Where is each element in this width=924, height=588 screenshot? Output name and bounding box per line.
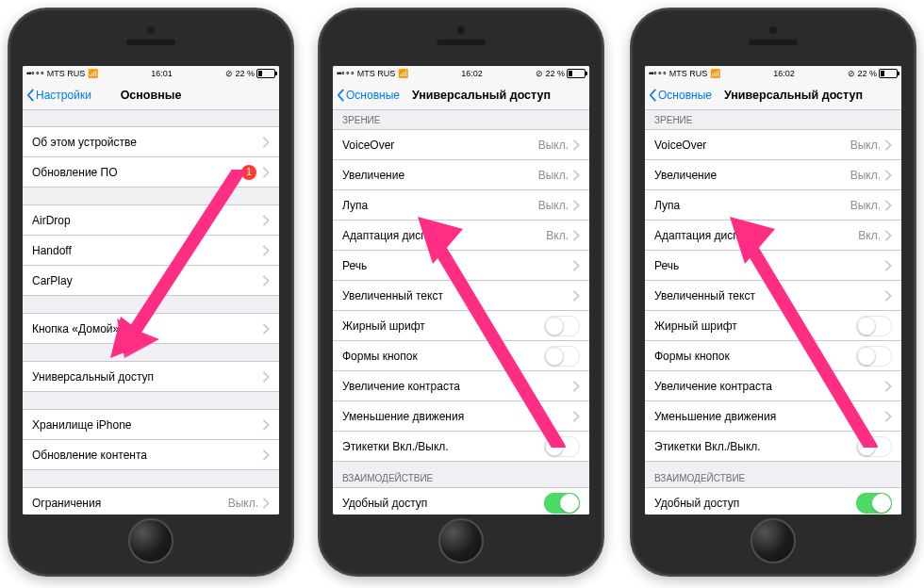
nav-bar: Основные Универсальный доступ [645, 81, 901, 110]
status-bar: ••∘∘∘ MTS RUS 📶 16:01 ⊘ 22 % [23, 66, 279, 81]
row-display-accommodations[interactable]: Адаптация дисплеяВкл. [645, 220, 901, 250]
status-bar: ••∘∘∘ MTS RUS 📶 16:02 ⊘ 22 % [333, 66, 589, 81]
back-button[interactable]: Основные [333, 89, 400, 102]
row-zoom[interactable]: УвеличениеВыкл. [645, 159, 901, 189]
row-bold-text[interactable]: Жирный шрифт [645, 310, 901, 340]
row-about[interactable]: Об этом устройстве [23, 126, 279, 156]
row-home-button[interactable]: Кнопка «Домой» [23, 313, 279, 344]
row-onoff-labels[interactable]: Этикетки Вкл./Выкл. [333, 431, 589, 462]
row-magnifier[interactable]: ЛупаВыкл. [333, 189, 589, 220]
row-reachability[interactable]: Удобный доступ [333, 487, 589, 514]
section-header-interaction: Взаимодействие [333, 462, 589, 487]
section-header-interaction: Взаимодействие [645, 462, 901, 487]
toggle-button-shapes[interactable] [856, 346, 892, 367]
row-handoff[interactable]: Handoff [23, 235, 279, 265]
row-magnifier[interactable]: ЛупаВыкл. [645, 189, 901, 220]
row-accessibility[interactable]: Универсальный доступ [23, 361, 279, 392]
toggle-reachability[interactable] [544, 493, 580, 514]
section-header-vision: Зрение [645, 109, 901, 129]
row-zoom[interactable]: УвеличениеВыкл. [333, 159, 589, 189]
row-onoff-labels[interactable]: Этикетки Вкл./Выкл. [645, 431, 901, 462]
row-software-update[interactable]: Обновление ПО1 [23, 156, 279, 188]
toggle-onoff-labels[interactable] [544, 436, 580, 457]
nav-bar: Основные Универсальный доступ [333, 81, 589, 110]
row-voiceover[interactable]: VoiceOverВыкл. [645, 129, 901, 159]
toggle-reachability[interactable] [856, 493, 892, 514]
row-reduce-motion[interactable]: Уменьшение движения [333, 400, 589, 431]
back-button[interactable]: Настройки [23, 89, 91, 102]
row-display-accommodations[interactable]: Адаптация дисплеяВкл. [333, 220, 589, 250]
row-restrictions[interactable]: ОграниченияВыкл. [23, 487, 279, 514]
row-storage[interactable]: Хранилище iPhone [23, 409, 279, 439]
update-badge: 1 [241, 165, 256, 180]
toggle-bold[interactable] [856, 316, 892, 336]
row-speech[interactable]: Речь [645, 250, 901, 280]
row-reduce-motion[interactable]: Уменьшение движения [645, 400, 901, 431]
row-voiceover[interactable]: VoiceOverВыкл. [333, 129, 589, 159]
row-button-shapes[interactable]: Формы кнопок [645, 340, 901, 370]
toggle-button-shapes[interactable] [544, 346, 580, 367]
chevron-right-icon [262, 137, 270, 148]
row-increase-contrast[interactable]: Увеличение контраста [645, 370, 901, 400]
phone-frame-3: ••∘∘∘ MTS RUS 📶 16:02 ⊘ 22 % Основные Ун… [630, 8, 916, 577]
row-bg-refresh[interactable]: Обновление контента [23, 439, 279, 470]
row-reachability[interactable]: Удобный доступ [645, 487, 901, 514]
row-larger-text[interactable]: Увеличенный текст [333, 280, 589, 310]
row-button-shapes[interactable]: Формы кнопок [333, 340, 589, 370]
phone-frame-2: ••∘∘∘ MTS RUS 📶 16:02 ⊘ 22 % Основные Ун… [318, 8, 604, 577]
phone-frame-1: ••∘∘∘ MTS RUS 📶 16:01 ⊘ 22 % Настройки О… [8, 8, 294, 577]
row-increase-contrast[interactable]: Увеличение контраста [333, 370, 589, 400]
row-speech[interactable]: Речь [333, 250, 589, 280]
row-airdrop[interactable]: AirDrop [23, 204, 279, 235]
nav-bar: Настройки Основные [23, 81, 279, 110]
home-button[interactable] [751, 518, 796, 564]
toggle-bold[interactable] [544, 316, 580, 336]
home-button[interactable] [438, 518, 484, 564]
row-bold-text[interactable]: Жирный шрифт [333, 310, 589, 340]
row-carplay[interactable]: CarPlay [23, 265, 279, 296]
home-button[interactable] [128, 518, 173, 564]
toggle-onoff-labels[interactable] [856, 436, 892, 457]
back-button[interactable]: Основные [645, 89, 712, 102]
status-bar: ••∘∘∘ MTS RUS 📶 16:02 ⊘ 22 % [645, 66, 901, 81]
section-header-vision: Зрение [333, 109, 589, 129]
row-larger-text[interactable]: Увеличенный текст [645, 280, 901, 310]
